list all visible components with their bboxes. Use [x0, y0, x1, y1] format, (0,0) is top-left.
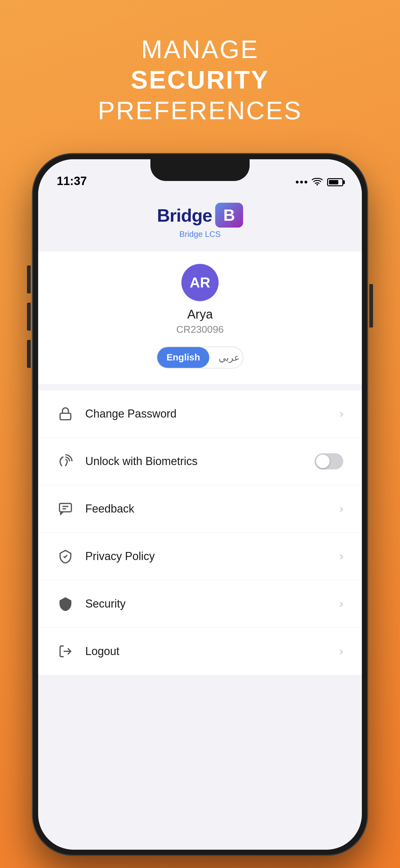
chevron-right-icon: › [339, 550, 343, 563]
headline-line3: PREFERENCES [98, 95, 302, 126]
language-toggle[interactable]: English عربي [157, 346, 243, 369]
status-icons [296, 176, 343, 188]
svg-point-0 [316, 184, 318, 186]
svg-rect-3 [60, 413, 71, 420]
signal-dots-icon [296, 181, 307, 183]
menu-item-logout[interactable]: Logout › [38, 628, 362, 675]
fingerprint-icon [57, 453, 74, 470]
lock-icon [57, 405, 74, 423]
menu-item-privacy-policy[interactable]: Privacy Policy › [38, 533, 362, 580]
headline-line2: SECURITY [98, 65, 302, 95]
security-label: Security [85, 597, 339, 610]
logout-icon [57, 643, 74, 660]
brand-sub: Bridge LCS [179, 229, 221, 239]
feedback-icon [57, 500, 74, 518]
brand-name: Bridge [157, 205, 212, 226]
security-icon [57, 595, 74, 613]
change-password-label: Change Password [85, 407, 339, 420]
headline-line1: MANAGE [98, 34, 302, 65]
feedback-label: Feedback [85, 502, 339, 515]
status-bar: 11:37 [38, 159, 362, 193]
battery-icon [327, 178, 343, 186]
english-option[interactable]: English [157, 347, 209, 368]
privacy-policy-label: Privacy Policy [85, 550, 339, 563]
app-header: Bridge B Bridge LCS [38, 193, 362, 251]
wifi-icon [312, 176, 323, 188]
menu-item-change-password[interactable]: Change Password › [38, 390, 362, 438]
phone-screen: 11:37 [38, 159, 362, 850]
bridge-logo-icon: B [215, 203, 243, 227]
chevron-right-icon: › [339, 645, 343, 658]
chevron-right-icon: › [339, 597, 343, 610]
notch [151, 159, 249, 181]
phone-frame: 11:37 [33, 154, 367, 855]
avatar: AR [181, 264, 219, 301]
menu-item-feedback[interactable]: Feedback › [38, 485, 362, 533]
user-name: Arya [187, 307, 213, 321]
svg-rect-4 [60, 503, 71, 512]
logout-label: Logout [85, 645, 339, 658]
chevron-right-icon: › [339, 502, 343, 515]
svg-text:B: B [223, 206, 235, 224]
menu-item-biometrics[interactable]: Unlock with Biometrics [38, 438, 362, 485]
menu-item-security[interactable]: Security › [38, 580, 362, 628]
profile-section: AR Arya CR230096 English عربي [38, 251, 362, 384]
biometrics-label: Unlock with Biometrics [85, 455, 315, 468]
status-time: 11:37 [57, 175, 87, 188]
privacy-icon [57, 548, 74, 565]
phone-wrapper: 11:37 [33, 154, 367, 855]
toggle-thumb [316, 455, 330, 468]
bridge-logo: Bridge B Bridge LCS [157, 203, 243, 239]
chevron-right-icon: › [339, 407, 343, 420]
user-id: CR230096 [176, 324, 224, 335]
biometrics-toggle[interactable] [315, 453, 343, 469]
arabic-option[interactable]: عربي [209, 347, 243, 368]
headline-section: MANAGE SECURITY PREFERENCES [98, 34, 302, 126]
menu-list: Change Password › Unlock with [38, 390, 362, 675]
